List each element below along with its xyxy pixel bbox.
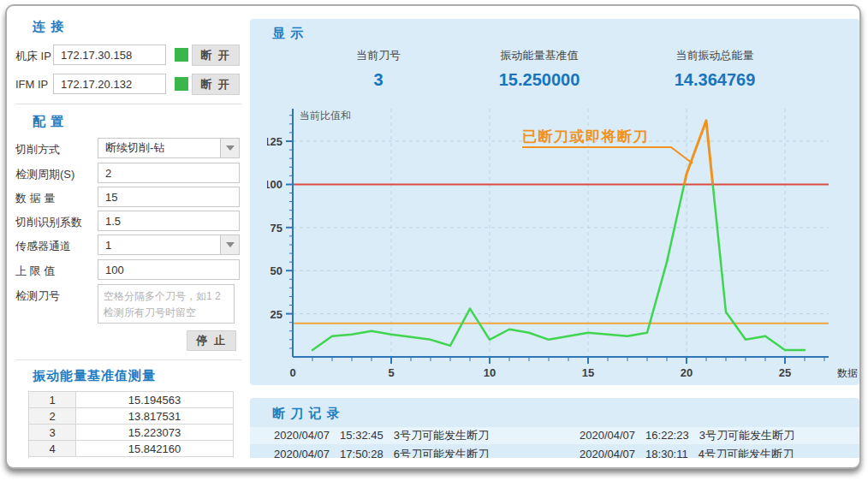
record-message: 3号刀可能发生断刀 [699, 429, 794, 442]
record-time: 15:32:45 [340, 429, 383, 442]
svg-text:10: 10 [484, 366, 496, 379]
section-title-connection: 连 接 [33, 19, 64, 35]
record-item: 2020/04/0716:22:233号刀可能发生断刀 [556, 428, 859, 443]
row-index: 3 [29, 425, 76, 440]
record-date: 2020/04/07 [580, 429, 635, 442]
cutting-mode-value: 断续切削-钻 [98, 140, 220, 156]
svg-text:5: 5 [388, 366, 394, 379]
row-index: 2 [29, 408, 76, 424]
baseline-table: 1 15.194563 2 13.817531 3 15.223073 4 15… [28, 391, 234, 458]
table-row: 2 13.817531 [29, 408, 233, 425]
record-item: 2020/04/0718:30:114号刀可能发生断刀 [556, 447, 859, 458]
sensor-channel-select[interactable]: 1 [98, 235, 240, 255]
table-row: 3 15.223073 [29, 425, 233, 441]
svg-text:25: 25 [779, 366, 791, 379]
baseline-value: 15.223073 [76, 425, 233, 440]
svg-text:已断刀或即将断刀: 已断刀或即将断刀 [522, 128, 649, 145]
ifm-ip-input[interactable]: 172.17.20.132 [53, 74, 166, 94]
cutting-coef-label: 切削识别系数 [15, 215, 82, 230]
svg-text:0: 0 [289, 366, 295, 379]
record-row: 2020/04/0715:32:453号刀可能发生断刀 2020/04/0716… [250, 427, 859, 444]
section-title-config: 配 置 [33, 114, 64, 130]
svg-text:数据数: 数据数 [837, 367, 858, 379]
current-tool-label: 当前刀号 [301, 48, 455, 63]
table-row: 4 15.842160 [29, 441, 233, 457]
ratio-sum-chart: 2550751001250510152025当前比值和数据数已断刀或即将断刀 [267, 100, 858, 383]
total-energy-label: 当前振动总能量 [638, 48, 792, 63]
record-message: 6号刀可能发生断刀 [394, 448, 489, 458]
svg-text:100: 100 [267, 178, 282, 191]
record-date: 2020/04/07 [274, 448, 330, 458]
detect-period-input[interactable]: 2 [98, 163, 240, 183]
section-title-records: 断 刀 记 录 [272, 406, 341, 422]
record-time: 16:22:23 [645, 429, 689, 442]
svg-text:当前比值和: 当前比值和 [300, 110, 351, 122]
svg-text:15: 15 [582, 366, 594, 379]
total-energy-value: 14.364769 [638, 70, 792, 90]
baseline-energy-stat: 振动能量基准值 15.250000 [462, 48, 616, 90]
table-row: 1 15.194563 [29, 392, 233, 408]
section-title-display: 显 示 [272, 26, 304, 42]
baseline-value: 15.194563 [76, 392, 233, 407]
record-message: 4号刀可能发生断刀 [699, 448, 794, 458]
record-row: 2020/04/0717:50:286号刀可能发生断刀 2020/04/0718… [250, 446, 859, 458]
svg-text:125: 125 [267, 135, 282, 148]
records-panel: 断 刀 记 录 2020/04/0715:32:453号刀可能发生断刀 2020… [250, 398, 859, 458]
record-time: 18:30:11 [645, 448, 688, 458]
record-date: 2020/04/07 [274, 429, 330, 442]
machine-ip-label: 机床 IP [15, 49, 51, 64]
ifm-ip-label: IFM IP [15, 78, 48, 91]
ifm-disconnect-button[interactable]: 断 开 [192, 74, 240, 95]
divider [15, 104, 241, 104]
app-window: 连 接 机床 IP 172.17.30.158 断 开 IFM IP 172.1… [5, 4, 861, 469]
machine-connection-status-indicator [175, 48, 188, 62]
baseline-energy-label: 振动能量基准值 [462, 48, 616, 63]
data-count-label: 数 据 量 [15, 191, 55, 206]
chevron-down-icon[interactable] [220, 139, 239, 157]
machine-ip-input[interactable]: 172.17.30.158 [53, 45, 166, 65]
row-index: 4 [29, 441, 76, 456]
chevron-down-icon[interactable] [220, 235, 239, 254]
record-message: 3号刀可能发生断刀 [394, 429, 489, 442]
upper-limit-input[interactable]: 100 [98, 259, 240, 280]
display-panel: 显 示 当前刀号 3 振动能量基准值 15.250000 当前振动总能量 14.… [250, 19, 859, 385]
record-time: 17:50:28 [340, 448, 383, 458]
divider [15, 359, 241, 360]
row-index: 1 [29, 392, 76, 407]
svg-text:20: 20 [681, 366, 693, 379]
baseline-energy-value: 15.250000 [462, 70, 616, 90]
record-item: 2020/04/0717:50:286号刀可能发生断刀 [250, 447, 556, 458]
record-item: 2020/04/0715:32:453号刀可能发生断刀 [250, 428, 556, 443]
record-date: 2020/04/07 [580, 448, 635, 458]
stop-button[interactable]: 停 止 [187, 330, 236, 351]
baseline-value: 15.842160 [76, 441, 233, 456]
ifm-connection-status-indicator [175, 77, 188, 91]
detect-period-label: 检测周期(S) [15, 167, 74, 182]
current-tool-value: 3 [301, 70, 455, 90]
svg-text:50: 50 [271, 264, 282, 277]
current-tool-stat: 当前刀号 3 [301, 48, 455, 90]
sensor-channel-value: 1 [98, 239, 220, 252]
svg-text:25: 25 [271, 308, 282, 321]
section-title-baseline: 振动能量基准值测量 [33, 368, 156, 384]
cutting-mode-label: 切削方式 [15, 142, 60, 157]
cutting-coef-input[interactable]: 1.5 [98, 211, 240, 231]
upper-limit-label: 上 限 值 [15, 264, 55, 279]
data-count-input[interactable]: 15 [98, 187, 240, 207]
svg-text:75: 75 [271, 222, 282, 235]
detect-tool-input[interactable] [98, 284, 235, 324]
machine-disconnect-button[interactable]: 断 开 [192, 45, 240, 66]
total-energy-stat: 当前振动总能量 14.364769 [638, 48, 792, 90]
cutting-mode-select[interactable]: 断续切削-钻 [98, 138, 240, 158]
detect-tool-label: 检测刀号 [15, 288, 60, 304]
baseline-value: 13.817531 [76, 408, 233, 424]
sensor-channel-label: 传感器通道 [15, 239, 71, 254]
